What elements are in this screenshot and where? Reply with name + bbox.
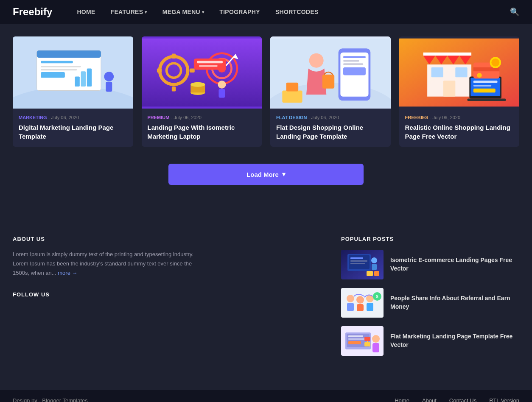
svg-rect-53 bbox=[467, 98, 506, 101]
card-isometric[interactable]: PREMIUM - July 06, 2020 Landing Page Wit… bbox=[142, 36, 262, 147]
more-link[interactable]: more → bbox=[58, 270, 77, 276]
card-title-3: Flat Design Shopping Online Landing Page… bbox=[276, 123, 385, 141]
svg-rect-55 bbox=[473, 85, 491, 87]
nav-mega-menu[interactable]: MEGA MENU ▾ bbox=[155, 0, 212, 24]
svg-rect-44 bbox=[286, 83, 298, 92]
svg-rect-7 bbox=[41, 72, 65, 78]
popular-posts-heading: POPULAR POSTS bbox=[341, 236, 519, 242]
svg-point-75 bbox=[356, 296, 364, 304]
svg-rect-17 bbox=[171, 87, 175, 91]
card-date-1: - July 06, 2020 bbox=[48, 115, 79, 120]
nav-home[interactable]: HOME bbox=[69, 0, 103, 24]
svg-rect-18 bbox=[157, 69, 161, 73]
svg-text:$: $ bbox=[376, 294, 378, 299]
nav-features[interactable]: FEATURES ▾ bbox=[103, 0, 155, 24]
svg-rect-29 bbox=[218, 89, 225, 98]
footer-links: Home About Contact Us RTL Version bbox=[395, 397, 519, 402]
card-title-1: Digital Marketing Landing Page Template bbox=[19, 123, 127, 141]
card-date-3: - July 06, 2020 bbox=[308, 115, 339, 120]
svg-rect-43 bbox=[282, 91, 302, 103]
svg-rect-48 bbox=[443, 81, 455, 97]
svg-rect-31 bbox=[197, 61, 222, 64]
svg-rect-78 bbox=[367, 303, 373, 311]
svg-rect-19 bbox=[190, 69, 194, 73]
popular-post-1[interactable]: Isometric E-commerce Landing Pages Free … bbox=[341, 250, 519, 279]
card-category-2: PREMIUM bbox=[148, 115, 170, 120]
card-date-2: - July 06, 2020 bbox=[171, 115, 202, 120]
svg-rect-76 bbox=[357, 304, 364, 311]
card-body-2: PREMIUM - July 06, 2020 Landing Page Wit… bbox=[142, 109, 262, 147]
svg-point-37 bbox=[309, 53, 324, 68]
svg-rect-74 bbox=[347, 303, 354, 311]
svg-rect-49 bbox=[431, 67, 443, 78]
svg-rect-71 bbox=[374, 271, 379, 276]
nav-typography[interactable]: TIPOGRAPHY bbox=[212, 0, 268, 24]
chevron-down-icon: ▾ bbox=[202, 10, 204, 14]
card-digital-marketing[interactable]: MARKETING - July 06, 2020 Digital Market… bbox=[13, 36, 133, 147]
follow-us-heading: FOLLOW US bbox=[13, 291, 199, 298]
bottom-bar: Design by - Blogger Templates Home About… bbox=[0, 390, 532, 402]
svg-rect-65 bbox=[350, 257, 363, 259]
popular-post-title-2: People Share Info About Referral and Ear… bbox=[390, 294, 519, 311]
svg-rect-88 bbox=[372, 343, 379, 352]
svg-rect-54 bbox=[473, 81, 497, 83]
chevron-down-icon: ▾ bbox=[145, 10, 147, 14]
popular-post-2[interactable]: $ People Share Info About Referral and E… bbox=[341, 288, 519, 318]
about-us-heading: ABOUT US bbox=[13, 236, 199, 242]
svg-rect-3 bbox=[37, 50, 101, 58]
footer-area: ABOUT US Lorem Ipsum is simply dummy tex… bbox=[0, 227, 532, 381]
svg-rect-50 bbox=[455, 67, 467, 78]
svg-point-61 bbox=[491, 59, 499, 67]
svg-rect-38 bbox=[322, 75, 334, 89]
svg-rect-6 bbox=[41, 69, 77, 70]
card-category-3: FLAT DESIGN bbox=[276, 115, 307, 120]
footer-right: POPULAR POSTS bbox=[341, 236, 519, 364]
svg-rect-5 bbox=[41, 66, 81, 67]
navbar: Freebify HOME FEATURES ▾ MEGA MENU ▾ TIP… bbox=[0, 0, 532, 24]
card-thumb-2 bbox=[142, 36, 262, 109]
popular-post-title-3: Flat Marketing Landing Page Template Fre… bbox=[390, 332, 519, 349]
load-more-label: Load More bbox=[246, 171, 279, 178]
svg-rect-9 bbox=[81, 71, 86, 87]
footer-link-rtl[interactable]: RTL Version bbox=[489, 397, 519, 402]
footer-link-home[interactable]: Home bbox=[395, 397, 409, 402]
nav-shortcodes[interactable]: SHORTCODES bbox=[268, 0, 326, 24]
svg-rect-10 bbox=[87, 69, 92, 87]
load-more-button[interactable]: Load More ▾ bbox=[168, 164, 364, 185]
brand-logo[interactable]: Freebify bbox=[13, 6, 52, 18]
footer-link-about[interactable]: About bbox=[422, 397, 437, 402]
svg-rect-41 bbox=[343, 63, 363, 65]
load-more-wrap: Load More ▾ bbox=[13, 164, 519, 185]
svg-rect-32 bbox=[199, 65, 217, 67]
svg-rect-4 bbox=[41, 61, 73, 64]
card-thumb-1 bbox=[13, 36, 133, 109]
card-shopping[interactable]: FLAT DESIGN - July 06, 2020 Flat Design … bbox=[270, 36, 391, 147]
svg-rect-85 bbox=[348, 338, 367, 340]
card-meta-1: MARKETING - July 06, 2020 bbox=[19, 114, 127, 120]
svg-rect-42 bbox=[343, 67, 366, 75]
chevron-down-icon: ▾ bbox=[282, 170, 286, 178]
svg-point-27 bbox=[190, 82, 205, 87]
svg-rect-16 bbox=[171, 54, 175, 59]
card-body-4: FREEBIES - July 06, 2020 Realistic Onlin… bbox=[399, 109, 520, 147]
search-icon[interactable]: 🔍 bbox=[510, 7, 519, 17]
svg-rect-12 bbox=[106, 82, 112, 92]
footer-left: ABOUT US Lorem Ipsum is simply dummy tex… bbox=[13, 236, 199, 364]
card-online-shopping[interactable]: FREEBIES - July 06, 2020 Realistic Onlin… bbox=[399, 36, 520, 147]
svg-point-73 bbox=[347, 295, 354, 302]
popular-post-3[interactable]: Flat Marketing Landing Page Template Fre… bbox=[341, 326, 519, 356]
svg-point-68 bbox=[371, 257, 377, 263]
card-thumb-3 bbox=[270, 36, 391, 109]
svg-rect-70 bbox=[367, 271, 373, 276]
svg-rect-39 bbox=[343, 56, 366, 58]
svg-rect-84 bbox=[348, 335, 363, 337]
svg-rect-69 bbox=[372, 264, 377, 270]
popular-post-thumb-3 bbox=[341, 326, 384, 356]
footer-link-contact[interactable]: Contact Us bbox=[449, 397, 476, 402]
about-text: Lorem Ipsum is simply dummy text of the … bbox=[13, 250, 199, 278]
cards-grid: MARKETING - July 06, 2020 Digital Market… bbox=[13, 36, 519, 147]
svg-rect-8 bbox=[75, 76, 79, 87]
svg-rect-91 bbox=[364, 337, 370, 341]
svg-rect-89 bbox=[364, 342, 370, 346]
card-meta-4: FREEBIES - July 06, 2020 bbox=[405, 114, 514, 120]
